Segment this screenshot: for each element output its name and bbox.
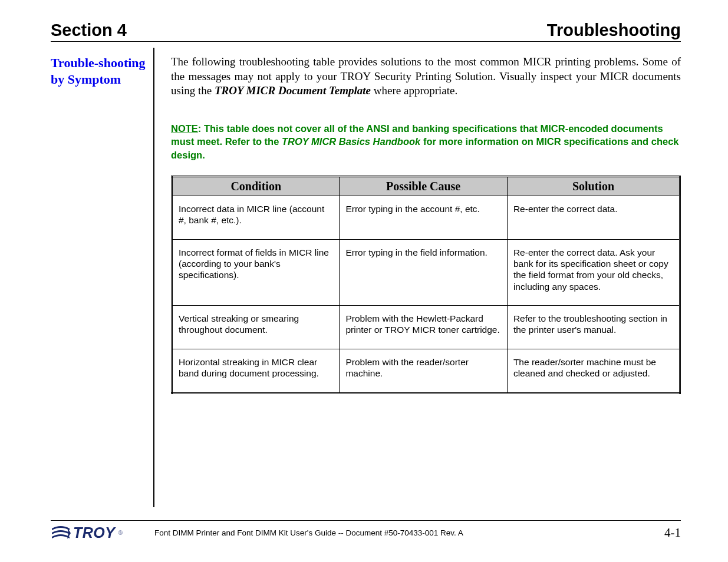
cell-condition: Incorrect format of fields in MICR line … bbox=[172, 239, 340, 306]
cell-cause: Problem with the reader/sorter machine. bbox=[340, 349, 507, 393]
cell-cause: Error typing in the account #, etc. bbox=[340, 196, 507, 239]
table-row: Incorrect format of fields in MICR line … bbox=[172, 239, 680, 306]
main-content: The following troubleshooting table prov… bbox=[154, 48, 681, 507]
page-number: 4-1 bbox=[664, 525, 681, 540]
note-label: NOTE bbox=[171, 123, 198, 134]
col-header-cause: Possible Cause bbox=[340, 176, 507, 196]
cell-cause: Problem with the Hewlett-Packard printer… bbox=[340, 306, 507, 349]
logo-text: TROY bbox=[73, 524, 115, 541]
cell-solution: Re-enter the correct data. Ask your bank… bbox=[507, 239, 680, 306]
col-header-solution: Solution bbox=[507, 176, 680, 196]
page-title: Troubleshooting bbox=[547, 21, 681, 40]
page-footer: TROY® Font DIMM Printer and Font DIMM Ki… bbox=[51, 520, 681, 541]
table-row: Incorrect data in MICR line (account #, … bbox=[172, 196, 680, 239]
cell-solution: Re-enter the correct data. bbox=[507, 196, 680, 239]
footer-doc-info: Font DIMM Printer and Font DIMM Kit User… bbox=[154, 528, 664, 537]
sidebar: Trouble-shooting by Symptom bbox=[51, 48, 154, 507]
template-name: TROY MICR Document Template bbox=[215, 84, 371, 97]
intro-paragraph: The following troubleshooting table prov… bbox=[171, 55, 681, 98]
table-row: Horizontal streaking in MICR clear band … bbox=[172, 349, 680, 393]
page-header: Section 4 Troubleshooting bbox=[51, 21, 681, 42]
troy-logo: TROY® bbox=[51, 524, 123, 541]
cell-solution: Refer to the troubleshooting section in … bbox=[507, 306, 680, 349]
table-row: Vertical streaking or smearing throughou… bbox=[172, 306, 680, 349]
intro-text-2: where appropriate. bbox=[371, 84, 457, 97]
troubleshooting-table: Condition Possible Cause Solution Incorr… bbox=[171, 176, 681, 394]
cell-solution: The reader/sorter machine must be cleane… bbox=[507, 349, 680, 393]
cell-condition: Vertical streaking or smearing throughou… bbox=[172, 306, 340, 349]
troy-logo-icon bbox=[51, 525, 71, 541]
note-paragraph: NOTE: This table does not cover all of t… bbox=[171, 122, 681, 161]
cell-condition: Incorrect data in MICR line (account #, … bbox=[172, 196, 340, 239]
table-header-row: Condition Possible Cause Solution bbox=[172, 176, 680, 196]
sidebar-heading: Trouble-shooting by Symptom bbox=[51, 55, 147, 87]
cell-condition: Horizontal streaking in MICR clear band … bbox=[172, 349, 340, 393]
handbook-name: TROY MICR Basics Handbook bbox=[282, 136, 420, 147]
logo-registered: ® bbox=[118, 530, 123, 536]
cell-cause: Error typing in the field information. bbox=[340, 239, 507, 306]
section-label: Section 4 bbox=[51, 21, 127, 40]
col-header-condition: Condition bbox=[172, 176, 340, 196]
